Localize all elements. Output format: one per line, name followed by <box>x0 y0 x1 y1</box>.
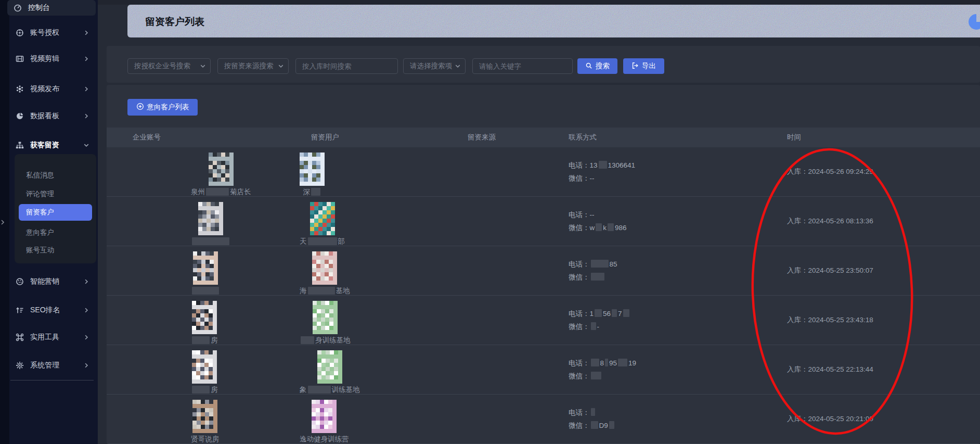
account-cell: 房 <box>191 301 218 345</box>
text-segment: 训练基地 <box>332 385 360 395</box>
enterprise-account-cell: 房 <box>107 296 291 345</box>
censor-block <box>608 223 614 231</box>
sidebar-item-video-publish[interactable]: 视频发布 <box>9 81 96 97</box>
sidebar-subitem-label: 账号互动 <box>26 246 54 255</box>
col-header-time: 时间 <box>780 133 980 142</box>
page-title: 留资客户列表 <box>145 15 204 29</box>
text-segment: 深 <box>303 187 310 197</box>
lead-source-cell <box>458 345 562 394</box>
sidebar-collapse-handle[interactable] <box>0 219 5 228</box>
censor-block <box>206 188 229 196</box>
sidebar-item-data-board[interactable]: 数据看板 <box>9 108 96 124</box>
account-cell: 身训练基地 <box>300 301 351 345</box>
table-row: 泉州菊店长深电话：131306641微信：--入库：2024-05-26 09:… <box>107 147 980 197</box>
pixelated-avatar <box>312 400 337 433</box>
intent-customer-list-button[interactable]: 意向客户列表 <box>127 99 198 116</box>
censor-block <box>591 408 595 416</box>
text-segment: 1306641 <box>608 161 636 169</box>
film-icon <box>16 55 24 63</box>
text-segment: -- <box>590 174 595 182</box>
enterprise-account-select[interactable]: 按授权企业号搜索 <box>127 58 211 74</box>
plus-circle-icon <box>136 103 144 112</box>
rank-icon <box>16 306 24 314</box>
table-card: 意向客户列表 企业账号 留资用户 留资来源 联系方式 时间 泉州菊店长深电话：1… <box>107 85 980 444</box>
sidebar-subitem-private-msg[interactable]: 私信消息 <box>19 168 92 183</box>
search-field-select[interactable]: 请选择搜索项 <box>403 58 466 74</box>
sidebar-item-label: 系统管理 <box>30 361 59 370</box>
sidebar-item-dashboard[interactable]: 控制台 <box>7 0 96 16</box>
chevron-right-icon <box>83 334 89 340</box>
table-row: 房身训练基地电话：1567微信：-入库：2024-05-25 23:43:18 <box>107 296 980 345</box>
account-cell: 深 <box>300 153 325 196</box>
text-segment: 身训练基地 <box>315 336 351 345</box>
table-row: 房象训练基地电话：89519微信：入库：2024-05-25 22:13:44 <box>107 345 980 395</box>
col-header-enterprise-account: 企业账号 <box>107 133 291 142</box>
text-segment: 房 <box>211 385 218 395</box>
pixelated-avatar <box>209 153 234 186</box>
intake-time-input[interactable] <box>295 58 398 74</box>
text-segment: 象 <box>300 385 307 395</box>
pie-icon <box>16 112 24 120</box>
censor-block <box>623 309 629 317</box>
chevron-right-icon <box>83 86 89 92</box>
pixelated-avatar <box>317 350 342 384</box>
censor-block <box>192 336 210 344</box>
sidebar-item-system[interactable]: 系统管理 <box>9 358 96 373</box>
contact-cell: 电话：89519微信： <box>562 345 780 394</box>
keyword-input[interactable] <box>472 58 573 74</box>
censor-block <box>308 386 331 394</box>
censor-block <box>311 188 320 196</box>
sidebar-item-seo-rank[interactable]: SEO排名 <box>9 302 96 318</box>
censor-block <box>596 223 602 231</box>
phone-line: 电话： <box>569 406 780 419</box>
contact-cell: 电话：131306641微信：-- <box>562 147 780 196</box>
contact-cell: 电话：1567微信：- <box>562 296 780 345</box>
account-cell <box>191 251 220 295</box>
account-cell: 逸动健身训练营 <box>300 400 349 443</box>
sidebar-item-video-edit[interactable]: 视频剪辑 <box>9 51 96 67</box>
table-row: 海基地电话：85微信：入库：2024-05-25 23:50:07 <box>107 246 980 296</box>
chevron-down-icon <box>83 142 89 148</box>
sidebar-subitem-account-interact[interactable]: 账号互动 <box>19 243 92 258</box>
account-cell: 象训练基地 <box>300 350 360 394</box>
account-cell: 泉州菊店长 <box>191 153 251 196</box>
account-name: 身训练基地 <box>300 336 351 345</box>
chevron-down-icon <box>455 63 461 69</box>
lead-user-cell: 象训练基地 <box>291 345 458 394</box>
account-name: 深 <box>303 187 321 196</box>
sidebar-subitem-lead-customers[interactable]: 留资客户 <box>19 204 92 221</box>
wechat-line: 微信： <box>569 271 780 284</box>
export-button[interactable]: 导出 <box>623 58 664 74</box>
col-header-lead-source: 留资来源 <box>458 133 562 142</box>
sidebar-item-label: 账号授权 <box>30 28 59 37</box>
contact-cell: 电话：85微信： <box>562 246 780 295</box>
account-name: 象训练基地 <box>300 385 360 394</box>
search-button[interactable]: 搜索 <box>577 58 617 74</box>
table-header: 企业账号 留资用户 留资来源 联系方式 时间 <box>107 128 980 147</box>
sidebar-subitem-intent-customers[interactable]: 意向客户 <box>19 225 92 240</box>
dashboard-icon <box>14 4 22 12</box>
select-placeholder: 按留资来源搜索 <box>224 61 274 71</box>
sidebar-item-tools[interactable]: 实用工具 <box>9 329 96 345</box>
pie-chart-icon[interactable] <box>969 14 980 30</box>
lead-source-select[interactable]: 按留资来源搜索 <box>217 58 289 74</box>
pixelated-avatar <box>300 153 325 186</box>
chevron-down-icon <box>200 63 206 69</box>
chevron-right-icon <box>83 56 89 62</box>
text-segment: k <box>603 224 607 232</box>
sidebar-item-account-auth[interactable]: 账号授权 <box>9 25 96 41</box>
text-segment: -- <box>590 211 595 219</box>
censor-block <box>301 336 314 344</box>
account-name <box>191 237 230 246</box>
censor-block <box>595 309 602 317</box>
enterprise-account-cell: 房 <box>107 345 291 394</box>
table-row: 贤哥说房逸动健身训练营电话：微信：D9入库：2024-05-25 20:21:0… <box>107 395 980 444</box>
sidebar-item-lead-capture[interactable]: 获客留资 <box>9 137 96 153</box>
text-segment: 1 <box>590 310 594 318</box>
sidebar-item-smart-marketing[interactable]: 智能营销 <box>9 274 96 289</box>
text-segment: 8 <box>600 359 604 367</box>
select-placeholder: 按授权企业号搜索 <box>134 61 190 71</box>
lead-user-cell: 天部 <box>291 197 458 246</box>
wechat-line: 微信：wk986 <box>569 221 780 234</box>
sidebar-subitem-comment-mgmt[interactable]: 评论管理 <box>19 186 92 202</box>
